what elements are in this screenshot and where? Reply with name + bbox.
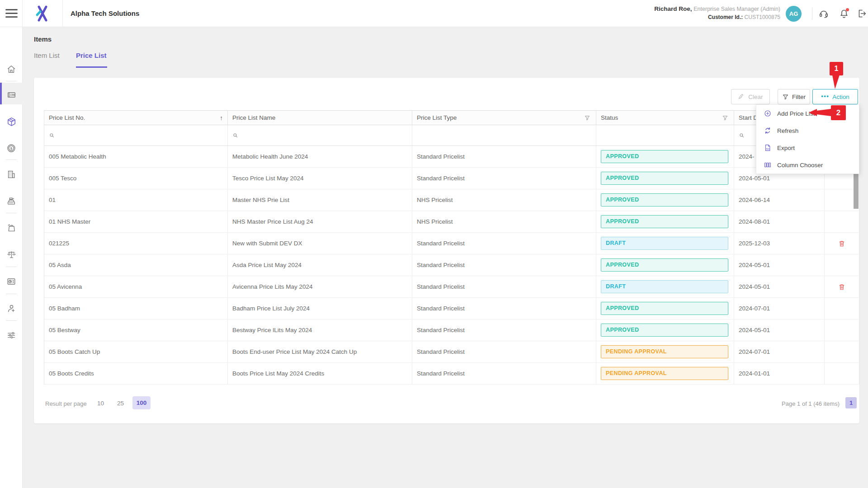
filter-input-price-list-no[interactable] (44, 125, 228, 145)
avatar[interactable]: AG (786, 6, 802, 22)
table-row[interactable]: 021225 New with Submit DEV DX Standard P… (44, 233, 859, 254)
status-badge: APPROVED (601, 302, 728, 315)
table-header-row: Price List No. ↑ Price List Name Price L… (44, 110, 859, 125)
status-badge: APPROVED (601, 193, 728, 206)
cell-price-list-no: 01 NHS Master (44, 211, 228, 232)
status-badge: APPROVED (601, 172, 728, 185)
sidebar-item-pos[interactable] (0, 195, 23, 207)
sidebar-item-preferences[interactable] (0, 329, 23, 341)
cell-price-list-type: Standard Pricelist (412, 363, 596, 384)
cell-start-date: 2024-05-01 (734, 319, 825, 341)
menu-item-refresh[interactable]: Refresh (756, 122, 859, 139)
filter-button[interactable]: Filter (778, 89, 810, 104)
cell-price-list-name: Bestway Price lLits May 2024 (228, 319, 412, 341)
column-header-price-list-type[interactable]: Price List Type (412, 111, 596, 125)
status-badge: PENDING APPROVAL (601, 345, 728, 358)
logout-icon[interactable] (856, 8, 867, 19)
column-header-status[interactable]: Status (596, 111, 734, 125)
currency-coin-icon: $ (6, 143, 16, 153)
cell-start-date: 2024-08-01 (734, 211, 825, 232)
add-user-icon (6, 304, 16, 314)
filter-input-price-list-type[interactable] (412, 125, 596, 145)
action-button[interactable]: ••• Action (812, 89, 858, 104)
balance-scale-icon: D C (6, 249, 17, 260)
cell-price-list-name: Avicenna Price Lits May 2024 (228, 276, 412, 297)
delete-row-button[interactable] (838, 240, 845, 247)
sidebar-item-add-user[interactable] (0, 303, 23, 314)
table-row[interactable]: 005 Metabolic Health Metabolic Health Ju… (44, 146, 859, 168)
cell-price-list-type: NHS Pricelist (412, 189, 596, 211)
table-row[interactable]: 05 Asda Asda Price List May 2024 Standar… (44, 254, 859, 276)
status-badge: PENDING APPROVAL (601, 367, 728, 380)
filter-input-status[interactable] (596, 125, 734, 145)
table-row[interactable]: 005 Tesco Tesco Price List May 2024 Stan… (44, 168, 859, 189)
svg-text:XLS: XLS (766, 148, 769, 150)
page-info: Page 1 of 1 (46 items) (782, 400, 840, 407)
page-size-option-10[interactable]: 10 (97, 400, 104, 407)
table-row[interactable]: 05 Avicenna Avicenna Price Lits May 2024… (44, 276, 859, 298)
user-info: Richard Roe, Enterprise Sales Manager (A… (654, 5, 780, 21)
report-chart-icon (6, 277, 16, 286)
cell-price-list-name: Master NHS Prie List (228, 189, 412, 211)
hamburger-menu-icon[interactable] (5, 9, 18, 18)
column-filter-icon[interactable] (722, 115, 728, 121)
svg-text:C: C (13, 251, 15, 254)
cell-price-list-no: 01 (44, 189, 228, 211)
svg-text:CRM: CRM (10, 94, 15, 96)
sidebar-item-crm[interactable]: CRM (0, 89, 23, 101)
tab-price-list[interactable]: Price List (76, 52, 107, 59)
logo-x-icon (33, 5, 52, 23)
filter-input-price-list-name[interactable] (228, 125, 412, 145)
price-list-card: Clear Filter ••• Action Price List No. ↑… (34, 78, 859, 423)
bell-notifications-icon[interactable] (839, 8, 849, 19)
cell-price-list-no: 05 Boots Catch Up (44, 341, 228, 362)
sliders-icon (6, 330, 16, 340)
table-row[interactable]: 05 Boots Credits Boots Price List May 20… (44, 363, 859, 385)
page-size-option-100-selected[interactable]: 100 (132, 396, 151, 409)
sidebar-divider (6, 160, 17, 160)
sidebar-item-items[interactable] (0, 116, 23, 127)
menu-item-column-chooser[interactable]: Column Chooser (756, 156, 859, 174)
cell-price-list-type: Standard Pricelist (412, 254, 596, 276)
cell-price-list-name: Asda Price List May 2024 (228, 254, 412, 276)
divider (62, 0, 63, 27)
clear-button[interactable]: Clear (731, 89, 770, 104)
sidebar-item-purchases[interactable] (0, 222, 23, 234)
cell-price-list-no: 05 Avicenna (44, 276, 228, 297)
table-row[interactable]: 05 Bestway Bestway Price lLits May 2024 … (44, 319, 859, 341)
tab-item-list[interactable]: Item List (34, 52, 60, 59)
trash-icon (838, 240, 845, 247)
sidebar-item-home[interactable] (0, 63, 23, 75)
status-badge: DRAFT (601, 237, 728, 250)
table-row[interactable]: 05 Boots Catch Up Boots End-user Price L… (44, 341, 859, 363)
sort-ascending-icon[interactable]: ↑ (220, 114, 223, 122)
menu-item-export[interactable]: XLS Export (756, 139, 859, 156)
plus-circle-icon (764, 109, 772, 117)
page-size-option-25[interactable]: 25 (117, 400, 124, 407)
funnel-icon (782, 94, 789, 100)
sidebar-item-debit-credit[interactable]: D C (0, 249, 23, 260)
refresh-icon (764, 127, 772, 135)
divider (812, 7, 812, 20)
column-header-price-list-no[interactable]: Price List No. ↑ (44, 111, 228, 125)
column-header-price-list-name[interactable]: Price List Name (228, 111, 412, 125)
search-icon (232, 132, 239, 139)
headset-support-icon[interactable] (818, 8, 829, 19)
sidebar-item-organization[interactable] (0, 169, 23, 180)
cell-price-list-name: New with Submit DEV DX (228, 233, 412, 254)
delete-row-button[interactable] (838, 283, 845, 291)
app-title: Alpha Tech Solutions (71, 0, 139, 27)
table-row[interactable]: 01 Master NHS Prie List NHS Pricelist AP… (44, 189, 859, 211)
notification-dot (846, 8, 849, 11)
app-root: Alpha Tech Solutions Richard Roe, Enterp… (0, 0, 868, 488)
broom-icon (738, 93, 745, 100)
status-badge: APPROVED (601, 324, 728, 337)
table-row[interactable]: 05 Badham Badham Price List July 2024 St… (44, 298, 859, 319)
column-filter-icon[interactable] (584, 115, 590, 121)
sidebar-item-reports[interactable] (0, 276, 23, 287)
table-row[interactable]: 01 NHS Master NHS Master Price List Aug … (44, 211, 859, 233)
page-number-button[interactable]: 1 (845, 397, 857, 408)
cell-price-list-type: Standard Pricelist (412, 298, 596, 319)
sidebar: CRM $ (0, 27, 23, 488)
sidebar-item-billing[interactable]: $ (0, 142, 23, 154)
